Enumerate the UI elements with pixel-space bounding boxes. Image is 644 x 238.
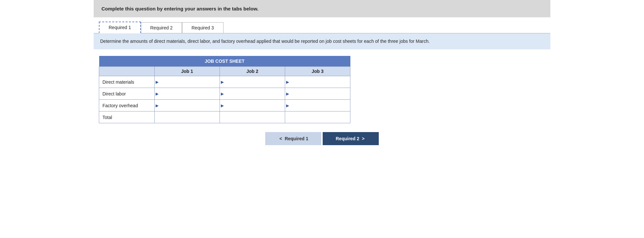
factory-overhead-job1-cell: ▶ [155, 100, 220, 111]
total-job2-input[interactable] [220, 111, 285, 123]
arrow-icon: ▶ [221, 92, 224, 96]
jcs-table-wrapper: JOB COST SHEET Job 1 Job 2 Job 3 Direct … [99, 56, 350, 123]
tab-required-3[interactable]: Required 3 [182, 22, 223, 33]
direct-materials-job2-input[interactable] [220, 76, 285, 88]
jcs-table: JOB COST SHEET Job 1 Job 2 Job 3 Direct … [99, 56, 350, 123]
total-job3-cell [285, 111, 350, 123]
arrow-icon: ▶ [221, 80, 224, 84]
prev-arrow: < [280, 136, 282, 141]
factory-overhead-job1-input[interactable] [155, 100, 220, 111]
total-job1-input[interactable] [155, 111, 220, 123]
table-subheader: Job 1 Job 2 Job 3 [99, 67, 350, 76]
col-header-job1: Job 1 [155, 67, 220, 76]
instruction-banner: Complete this question by entering your … [94, 0, 550, 17]
direct-labor-job3-input[interactable] [285, 88, 350, 99]
next-arrow: > [362, 136, 364, 141]
next-label: Required 2 [336, 136, 359, 141]
prev-label: Required 1 [285, 136, 308, 141]
direct-materials-job3-cell: ▶ [285, 76, 350, 88]
row-label-total: Total [99, 111, 155, 123]
next-button[interactable]: Required 2 > [323, 132, 379, 145]
row-label-direct-materials: Direct materials [99, 76, 155, 88]
col-header-job2: Job 2 [220, 67, 285, 76]
direct-labor-job2-cell: ▶ [220, 88, 285, 100]
col-header-job3: Job 3 [285, 67, 350, 76]
factory-overhead-job2-cell: ▶ [220, 100, 285, 111]
table-row-total: Total [99, 111, 350, 123]
table-row: Factory overhead ▶ ▶ ▶ [99, 100, 350, 111]
tab-required-1[interactable]: Required 1 [99, 22, 141, 33]
factory-overhead-job2-input[interactable] [220, 100, 285, 111]
col-header-label [99, 67, 155, 76]
page-wrapper: Complete this question by entering your … [94, 0, 550, 162]
direct-labor-job1-input[interactable] [155, 88, 220, 99]
nav-buttons: < Required 1 Required 2 > [99, 132, 545, 152]
arrow-icon: ▶ [221, 103, 224, 108]
row-label-factory-overhead: Factory overhead [99, 100, 155, 111]
prev-button[interactable]: < Required 1 [265, 132, 321, 145]
total-job1-cell [155, 111, 220, 123]
table-row: Direct labor ▶ ▶ ▶ [99, 88, 350, 100]
arrow-icon: ▶ [286, 80, 289, 84]
arrow-icon: ▶ [156, 80, 159, 84]
row-label-direct-labor: Direct labor [99, 88, 155, 100]
total-job2-cell [220, 111, 285, 123]
total-job3-input[interactable] [285, 111, 350, 123]
factory-overhead-job3-input[interactable] [285, 100, 350, 111]
direct-labor-job2-input[interactable] [220, 88, 285, 99]
arrow-icon: ▶ [156, 92, 159, 96]
table-title: JOB COST SHEET [99, 56, 350, 67]
tab-required-2[interactable]: Required 2 [141, 22, 182, 33]
arrow-icon: ▶ [156, 103, 159, 108]
direct-materials-job1-cell: ▶ [155, 76, 220, 88]
direct-materials-job1-input[interactable] [155, 76, 220, 88]
factory-overhead-job3-cell: ▶ [285, 100, 350, 111]
direct-materials-job2-cell: ▶ [220, 76, 285, 88]
arrow-icon: ▶ [286, 103, 289, 108]
description-text: Determine the amounts of direct material… [100, 39, 430, 44]
instruction-text: Complete this question by entering your … [101, 6, 258, 11]
description-box: Determine the amounts of direct material… [94, 33, 550, 49]
table-row: Direct materials ▶ ▶ ▶ [99, 76, 350, 88]
arrow-icon: ▶ [286, 92, 289, 96]
content-area: JOB COST SHEET Job 1 Job 2 Job 3 Direct … [94, 49, 550, 162]
direct-labor-job1-cell: ▶ [155, 88, 220, 100]
tabs-row: Required 1 Required 2 Required 3 [94, 17, 550, 33]
direct-labor-job3-cell: ▶ [285, 88, 350, 100]
direct-materials-job3-input[interactable] [285, 76, 350, 88]
